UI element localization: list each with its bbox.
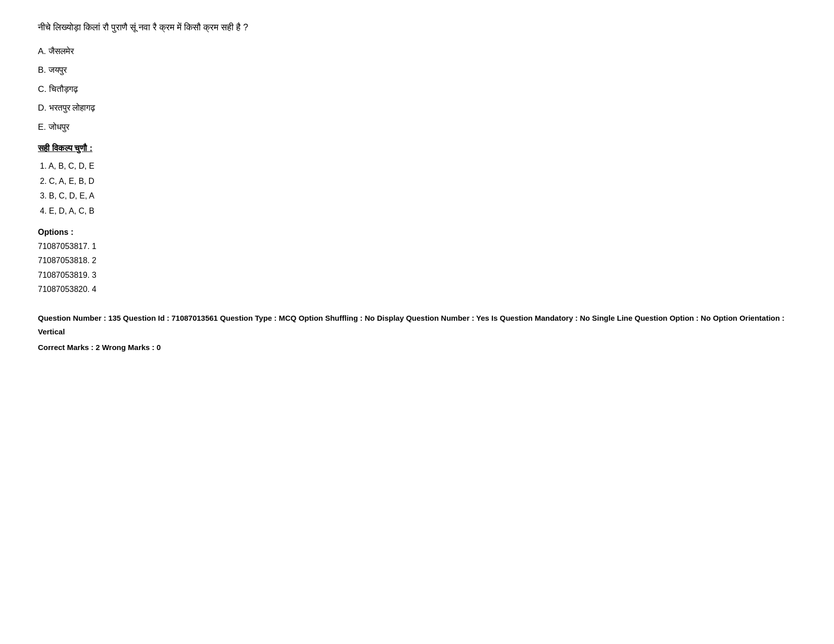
option-c: C. चितौड़गढ़ bbox=[38, 83, 796, 96]
option-d-text: भरतपुर लोहागढ़ bbox=[49, 103, 96, 113]
option-c-label: C. bbox=[38, 84, 47, 94]
option-id-3: 71087053819. 3 bbox=[38, 269, 796, 282]
option-id-2: 71087053818. 2 bbox=[38, 254, 796, 267]
numbered-option-1: 1. A, B, C, D, E bbox=[40, 160, 796, 173]
option-e-text: जोधपुर bbox=[49, 122, 69, 132]
option-e: E. जोधपुर bbox=[38, 121, 796, 134]
option-a: A. जैसलमेर bbox=[38, 45, 796, 58]
option-c-text: चितौड़गढ़ bbox=[49, 84, 78, 94]
numbered-option-4: 4. E, D, A, C, B bbox=[40, 205, 796, 218]
option-id-4: 71087053820. 4 bbox=[38, 283, 796, 296]
question-text: नीचे लिख्योड़ा किलां रौ पुराणै सूं नवा र… bbox=[38, 20, 796, 35]
option-id-1: 71087053817. 1 bbox=[38, 240, 796, 253]
option-b: B. जयपुर bbox=[38, 64, 796, 77]
option-d-label: D. bbox=[38, 103, 47, 113]
meta-line-1: Question Number : 135 Question Id : 7108… bbox=[38, 311, 796, 338]
option-d: D. भरतपुर लोहागढ़ bbox=[38, 102, 796, 115]
options-section-label: Options : bbox=[38, 228, 796, 237]
option-a-label: A. bbox=[38, 46, 46, 56]
option-b-text: जयपुर bbox=[49, 65, 67, 75]
option-e-label: E. bbox=[38, 122, 46, 132]
correct-options-label: सही विकल्प चुणौ : bbox=[38, 143, 796, 154]
numbered-options-list: 1. A, B, C, D, E 2. C, A, E, B, D 3. B, … bbox=[38, 160, 796, 217]
meta-line-2: Correct Marks : 2 Wrong Marks : 0 bbox=[38, 340, 796, 354]
option-b-label: B. bbox=[38, 65, 46, 75]
option-ids-list: 71087053817. 1 71087053818. 2 7108705381… bbox=[38, 240, 796, 296]
meta-section: Question Number : 135 Question Id : 7108… bbox=[38, 311, 796, 354]
numbered-option-2: 2. C, A, E, B, D bbox=[40, 175, 796, 188]
numbered-option-3: 3. B, C, D, E, A bbox=[40, 189, 796, 203]
options-list: A. जैसलमेर B. जयपुर C. चितौड़गढ़ D. भरतप… bbox=[38, 45, 796, 134]
option-a-text: जैसलमेर bbox=[49, 46, 74, 56]
